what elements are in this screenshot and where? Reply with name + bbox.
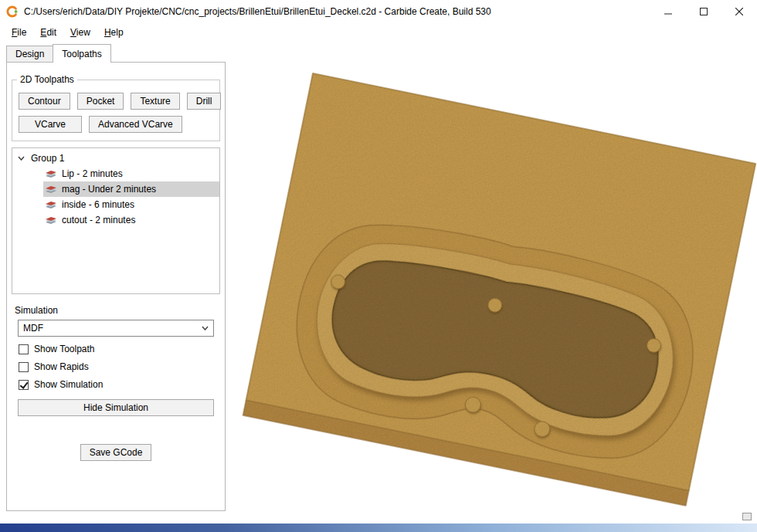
tab-bar: Design Toolpaths [0, 42, 757, 62]
hide-simulation-button[interactable]: Hide Simulation [18, 399, 214, 416]
texture-button[interactable]: Texture [131, 93, 179, 110]
show-toolpath-label: Show Toolpath [34, 344, 95, 354]
menu-file[interactable]: File [5, 25, 33, 40]
simulation-section-title: Simulation [15, 305, 225, 316]
window-controls [650, 0, 757, 23]
statusbar-gradient [0, 524, 757, 532]
tree-item-label: cutout - 2 minutes [62, 215, 135, 225]
chevron-down-icon [18, 156, 25, 161]
minimize-icon [664, 8, 672, 15]
vcarve-button[interactable]: VCarve [19, 116, 82, 133]
save-gcode-wrap: Save GCode [7, 444, 225, 461]
show-simulation-checkbox[interactable] [19, 380, 29, 390]
material-select[interactable]: MDF [18, 320, 214, 337]
tab-design[interactable]: Design [6, 46, 53, 62]
minimize-button[interactable] [650, 0, 686, 23]
simulation-render [229, 62, 757, 522]
carbide-create-logo-icon [6, 5, 19, 18]
drill-button[interactable]: Drill [187, 93, 222, 110]
simulation-3d-view[interactable] [229, 62, 757, 522]
toolpath-icon [46, 169, 56, 178]
close-icon [735, 8, 743, 15]
show-toolpath-checkbox[interactable] [19, 344, 29, 354]
menu-edit[interactable]: Edit [33, 25, 63, 40]
toolpath-icon [46, 200, 56, 209]
chevron-down-icon [202, 326, 209, 330]
menu-bar: File Edit View Help [0, 23, 757, 42]
close-button[interactable] [721, 0, 757, 23]
tree-group-row[interactable]: Group 1 [12, 151, 219, 166]
tree-group-label: Group 1 [31, 153, 64, 164]
show-rapids-label: Show Rapids [34, 361, 89, 372]
carbide-create-window: { "window": { "title": "C:/Users/erich/D… [0, 0, 757, 532]
toolpath-icon [46, 185, 56, 194]
show-simulation-row[interactable]: Show Simulation [19, 379, 225, 390]
tree-item-inside[interactable]: inside - 6 minutes [43, 197, 219, 212]
toolpath-tree: Group 1 Lip - 2 minutes mag - Under 2 mi… [12, 147, 220, 294]
toolpaths-panel: 2D Toolpaths Contour Pocket Texture Dril… [6, 62, 226, 511]
maximize-button[interactable] [686, 0, 721, 23]
pocket-button[interactable]: Pocket [77, 93, 124, 110]
show-rapids-checkbox[interactable] [19, 362, 29, 372]
show-simulation-label: Show Simulation [34, 379, 103, 390]
toolpath-buttons-row-2: VCarve Advanced VCarve [19, 116, 213, 133]
advanced-vcarve-button[interactable]: Advanced VCarve [89, 116, 182, 133]
tree-item-label: inside - 6 minutes [62, 199, 134, 210]
tree-item-cutout[interactable]: cutout - 2 minutes [43, 212, 219, 228]
tree-item-lip[interactable]: Lip - 2 minutes [43, 166, 219, 181]
2d-toolpaths-title: 2D Toolpaths [17, 74, 77, 85]
tree-item-label: Lip - 2 minutes [62, 168, 123, 179]
tree-item-label: mag - Under 2 minutes [62, 184, 156, 195]
title-bar: C:/Users/erich/Data/DIY Projekte/CNC/cnc… [0, 0, 757, 23]
toolpath-buttons-row-1: Contour Pocket Texture Drill [19, 93, 213, 110]
menu-view[interactable]: View [63, 25, 97, 40]
contour-button[interactable]: Contour [19, 93, 70, 110]
resize-grip-icon [742, 513, 752, 520]
tree-item-mag[interactable]: mag - Under 2 minutes [43, 181, 219, 197]
2d-toolpaths-groupbox: 2D Toolpaths Contour Pocket Texture Dril… [12, 80, 220, 141]
menu-help[interactable]: Help [97, 25, 131, 40]
window-title: C:/Users/erich/Data/DIY Projekte/CNC/cnc… [24, 6, 491, 17]
show-toolpath-row[interactable]: Show Toolpath [19, 344, 225, 354]
show-rapids-row[interactable]: Show Rapids [19, 361, 225, 372]
material-select-value: MDF [23, 323, 43, 334]
save-gcode-button[interactable]: Save GCode [80, 444, 152, 461]
toolpath-icon [46, 215, 56, 225]
maximize-icon [700, 8, 708, 15]
tab-toolpaths[interactable]: Toolpaths [53, 44, 110, 63]
